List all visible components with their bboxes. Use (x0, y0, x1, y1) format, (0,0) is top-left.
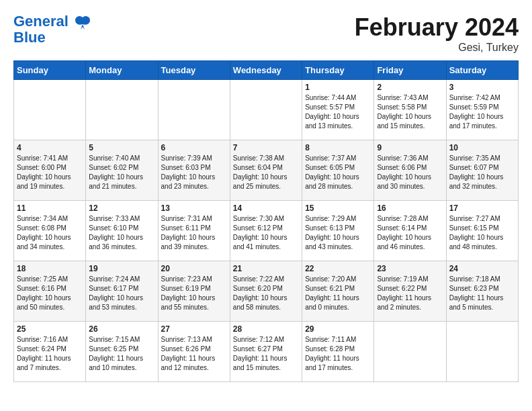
calendar-day-cell (374, 322, 446, 382)
day-number: 24 (449, 264, 515, 273)
day-number: 5 (89, 143, 154, 152)
day-number: 13 (161, 203, 227, 213)
calendar-day-cell (14, 80, 86, 140)
calendar-day-cell: 2Sunrise: 7:43 AM Sunset: 5:58 PM Daylig… (374, 80, 446, 140)
day-info: Sunrise: 7:31 AM Sunset: 6:11 PM Dayligh… (161, 214, 227, 252)
calendar-day-cell: 3Sunrise: 7:42 AM Sunset: 5:59 PM Daylig… (446, 80, 518, 140)
calendar-day-cell: 16Sunrise: 7:28 AM Sunset: 6:14 PM Dayli… (374, 201, 446, 261)
day-info: Sunrise: 7:33 AM Sunset: 6:10 PM Dayligh… (89, 214, 154, 252)
day-info: Sunrise: 7:41 AM Sunset: 6:00 PM Dayligh… (17, 154, 83, 191)
day-number: 29 (305, 324, 371, 334)
day-info: Sunrise: 7:13 AM Sunset: 6:26 PM Dayligh… (161, 335, 227, 373)
day-number: 25 (17, 324, 83, 334)
calendar-day-cell: 5Sunrise: 7:40 AM Sunset: 6:02 PM Daylig… (86, 140, 158, 201)
calendar-day-cell: 9Sunrise: 7:36 AM Sunset: 6:06 PM Daylig… (374, 140, 446, 201)
calendar-day-cell: 27Sunrise: 7:13 AM Sunset: 6:26 PM Dayli… (158, 322, 230, 382)
logo: General Blue (13, 13, 91, 46)
day-number: 12 (89, 203, 154, 213)
calendar-day-cell: 28Sunrise: 7:12 AM Sunset: 6:27 PM Dayli… (230, 322, 302, 382)
day-number: 19 (89, 264, 154, 273)
calendar-subtitle: Gesi, Turkey (355, 42, 519, 54)
day-number: 26 (89, 324, 154, 334)
calendar-day-cell (158, 80, 230, 140)
calendar-day-cell: 13Sunrise: 7:31 AM Sunset: 6:11 PM Dayli… (158, 201, 230, 261)
logo-blue: Blue (13, 30, 91, 46)
day-info: Sunrise: 7:35 AM Sunset: 6:07 PM Dayligh… (449, 154, 515, 191)
day-number: 21 (233, 264, 299, 273)
calendar-day-cell: 22Sunrise: 7:20 AM Sunset: 6:21 PM Dayli… (302, 261, 374, 322)
calendar-table: Sunday Monday Tuesday Wednesday Thursday… (13, 60, 519, 382)
day-number: 27 (161, 324, 227, 334)
col-sunday: Sunday (14, 61, 86, 80)
day-info: Sunrise: 7:27 AM Sunset: 6:15 PM Dayligh… (449, 214, 515, 252)
day-info: Sunrise: 7:18 AM Sunset: 6:23 PM Dayligh… (449, 275, 515, 312)
calendar-day-cell: 26Sunrise: 7:15 AM Sunset: 6:25 PM Dayli… (86, 322, 158, 382)
day-info: Sunrise: 7:11 AM Sunset: 6:28 PM Dayligh… (305, 335, 371, 373)
calendar-day-cell (86, 80, 158, 140)
calendar-day-cell: 8Sunrise: 7:37 AM Sunset: 6:05 PM Daylig… (302, 140, 374, 201)
calendar-day-cell: 19Sunrise: 7:24 AM Sunset: 6:17 PM Dayli… (86, 261, 158, 322)
page-header: General Blue February 2024 Gesi, Turkey (13, 13, 519, 54)
calendar-day-cell: 29Sunrise: 7:11 AM Sunset: 6:28 PM Dayli… (302, 322, 374, 382)
day-number: 20 (161, 264, 227, 273)
col-saturday: Saturday (446, 61, 518, 80)
col-monday: Monday (86, 61, 158, 80)
day-info: Sunrise: 7:34 AM Sunset: 6:08 PM Dayligh… (17, 214, 83, 252)
day-info: Sunrise: 7:28 AM Sunset: 6:14 PM Dayligh… (377, 214, 443, 252)
day-info: Sunrise: 7:43 AM Sunset: 5:58 PM Dayligh… (377, 93, 443, 131)
calendar-week-row: 18Sunrise: 7:25 AM Sunset: 6:16 PM Dayli… (14, 261, 519, 322)
day-number: 18 (17, 264, 83, 273)
calendar-week-row: 1Sunrise: 7:44 AM Sunset: 5:57 PM Daylig… (14, 80, 519, 140)
day-number: 28 (233, 324, 299, 334)
calendar-day-cell: 21Sunrise: 7:22 AM Sunset: 6:20 PM Dayli… (230, 261, 302, 322)
logo-bird-icon (74, 15, 91, 30)
calendar-week-row: 4Sunrise: 7:41 AM Sunset: 6:00 PM Daylig… (14, 140, 519, 201)
day-info: Sunrise: 7:20 AM Sunset: 6:21 PM Dayligh… (305, 275, 371, 312)
day-number: 6 (161, 143, 227, 152)
calendar-day-cell: 20Sunrise: 7:23 AM Sunset: 6:19 PM Dayli… (158, 261, 230, 322)
day-number: 14 (233, 203, 299, 213)
calendar-day-cell: 24Sunrise: 7:18 AM Sunset: 6:23 PM Dayli… (446, 261, 518, 322)
col-wednesday: Wednesday (230, 61, 302, 80)
day-number: 23 (377, 264, 443, 273)
calendar-day-cell: 25Sunrise: 7:16 AM Sunset: 6:24 PM Dayli… (14, 322, 86, 382)
day-number: 9 (377, 143, 443, 152)
col-thursday: Thursday (302, 61, 374, 80)
calendar-day-cell (230, 80, 302, 140)
day-info: Sunrise: 7:36 AM Sunset: 6:06 PM Dayligh… (377, 154, 443, 191)
calendar-day-cell: 17Sunrise: 7:27 AM Sunset: 6:15 PM Dayli… (446, 201, 518, 261)
day-info: Sunrise: 7:22 AM Sunset: 6:20 PM Dayligh… (233, 275, 299, 312)
calendar-day-cell: 14Sunrise: 7:30 AM Sunset: 6:12 PM Dayli… (230, 201, 302, 261)
day-info: Sunrise: 7:19 AM Sunset: 6:22 PM Dayligh… (377, 275, 443, 312)
day-number: 15 (305, 203, 371, 213)
day-info: Sunrise: 7:16 AM Sunset: 6:24 PM Dayligh… (17, 335, 83, 373)
calendar-day-cell: 18Sunrise: 7:25 AM Sunset: 6:16 PM Dayli… (14, 261, 86, 322)
day-info: Sunrise: 7:30 AM Sunset: 6:12 PM Dayligh… (233, 214, 299, 252)
day-number: 4 (17, 143, 83, 152)
day-number: 17 (449, 203, 515, 213)
calendar-day-cell: 11Sunrise: 7:34 AM Sunset: 6:08 PM Dayli… (14, 201, 86, 261)
day-number: 7 (233, 143, 299, 152)
day-info: Sunrise: 7:38 AM Sunset: 6:04 PM Dayligh… (233, 154, 299, 191)
calendar-day-cell: 4Sunrise: 7:41 AM Sunset: 6:00 PM Daylig… (14, 140, 86, 201)
calendar-header-row: Sunday Monday Tuesday Wednesday Thursday… (14, 61, 519, 80)
day-info: Sunrise: 7:25 AM Sunset: 6:16 PM Dayligh… (17, 275, 83, 312)
calendar-week-row: 11Sunrise: 7:34 AM Sunset: 6:08 PM Dayli… (14, 201, 519, 261)
day-number: 3 (449, 83, 515, 92)
day-number: 2 (377, 83, 443, 92)
day-info: Sunrise: 7:23 AM Sunset: 6:19 PM Dayligh… (161, 275, 227, 312)
calendar-day-cell: 23Sunrise: 7:19 AM Sunset: 6:22 PM Dayli… (374, 261, 446, 322)
day-number: 8 (305, 143, 371, 152)
day-number: 1 (305, 83, 371, 92)
calendar-week-row: 25Sunrise: 7:16 AM Sunset: 6:24 PM Dayli… (14, 322, 519, 382)
calendar-day-cell: 15Sunrise: 7:29 AM Sunset: 6:13 PM Dayli… (302, 201, 374, 261)
calendar-day-cell: 10Sunrise: 7:35 AM Sunset: 6:07 PM Dayli… (446, 140, 518, 201)
calendar-day-cell: 1Sunrise: 7:44 AM Sunset: 5:57 PM Daylig… (302, 80, 374, 140)
col-friday: Friday (374, 61, 446, 80)
title-block: February 2024 Gesi, Turkey (355, 13, 519, 54)
logo-general: General (13, 13, 69, 30)
day-number: 10 (449, 143, 515, 152)
calendar-title: February 2024 (355, 13, 519, 42)
day-info: Sunrise: 7:39 AM Sunset: 6:03 PM Dayligh… (161, 154, 227, 191)
calendar-day-cell: 12Sunrise: 7:33 AM Sunset: 6:10 PM Dayli… (86, 201, 158, 261)
